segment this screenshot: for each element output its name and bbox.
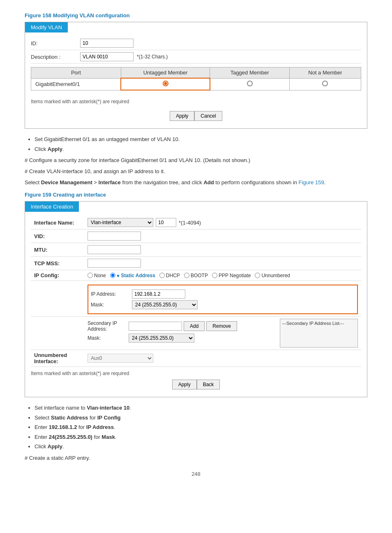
ip-config-radio-group: None ● Static Address DHCP BOOTP [88,273,358,278]
if-name-label: Interface Name: [31,216,84,229]
if-num-hint: *(1-4094) [179,220,201,226]
bullet-2-4-before: Enter [35,434,49,440]
col-tagged: Tagged Member [210,67,290,79]
tcp-mss-row: TCP MSS: [31,257,361,270]
tcp-mss-input[interactable] [88,259,141,268]
modify-vlan-tab: Modify VLAN [25,22,68,32]
para-final: # Create a static ARP entry. [25,454,367,463]
ip-bootp-label: BOOTP [191,273,208,278]
vid-input[interactable] [88,232,141,241]
desc-hint: *(1-32 Chars.) [137,54,168,60]
if-name-row: Interface Name: Vlan-interface *(1-4094) [31,216,361,229]
not-member-radio-empty[interactable] [322,81,328,86]
mtu-row: MTU: [31,243,361,257]
bullet-1-2-after: . [62,146,64,152]
bullet-1-2: Click Apply. [35,145,367,153]
ip-address-fields-cell: IP Address: Mask: 24 (255.255.255.0) [84,281,361,317]
ip-unnumbered-label: Unnumbered [261,273,290,278]
figure-159-link[interactable]: Figure 159 [299,179,324,185]
secondary-ip-list-box: ---Secondary IP Address List--- [280,319,358,348]
ip-none-radio[interactable] [88,273,93,278]
unnumbered-label-cell: Unnumbered Interface: [31,350,84,367]
not-member-cell[interactable] [289,78,361,90]
if-buttons: Apply Back [31,380,361,389]
vlan-member-table: Port Untagged Member Tagged Member Not a… [31,67,361,90]
ip-static-radio[interactable] [110,273,115,278]
secondary-mask-select[interactable]: 24 (255.255.255.0) [129,334,194,343]
interface-form-table: Interface Name: Vlan-interface *(1-4094) [31,216,361,367]
unnumbered-select[interactable]: Aux0 [88,354,153,363]
id-input[interactable] [80,39,134,48]
col-not-member: Not a Member [289,67,361,79]
ip-ppp-option[interactable]: PPP Negotiate [212,273,251,278]
vlan-buttons: Apply Cancel [31,111,361,121]
ip-bootp-radio[interactable] [184,273,189,278]
bullet-2-3-bold1: 192.168.1.2 [49,424,77,430]
ip-unnumbered-option[interactable]: Unnumbered [255,273,290,278]
port-name-container: GigabitEthernet0/1 [35,81,116,87]
para-3-before: Select [25,179,41,185]
bullet-1-1-text: Set GigabitEthernet 0/1 as an untagged m… [35,136,180,142]
untagged-radio-selected[interactable] [163,81,168,86]
mtu-label: MTU: [31,243,84,257]
ip-section-box: IP Address: Mask: 24 (255.255.255.0) [88,285,358,314]
vlan-apply-button[interactable]: Apply [170,111,194,121]
secondary-add-button[interactable]: Add [184,321,205,331]
unnumbered-row: Unnumbered Interface: Aux0 [31,350,361,367]
ip-static-label: ● Static Address [117,273,155,278]
bullet-2-5-bold: Apply [48,443,62,450]
if-apply-button[interactable]: Apply [172,380,197,389]
secondary-mask-label: Mask: [88,335,129,341]
mtu-input[interactable] [88,245,141,254]
vid-input-cell [84,229,361,243]
bullet-1-1: Set GigabitEthernet 0/1 as an untagged m… [35,135,367,144]
bullet-list-2: Set interface name to Vlan-interface 10.… [25,404,367,451]
ip-dhcp-option[interactable]: DHCP [159,273,180,278]
ip-ppp-label: PPP Negotiate [219,273,251,278]
ip-config-row: IP Config: None ● Static Address DHCP [31,270,361,281]
ip-bootp-option[interactable]: BOOTP [184,273,208,278]
para-2: # Create VLAN-interface 10, and assign a… [25,167,367,176]
ip-static-option[interactable]: ● Static Address [110,273,155,278]
para-3-bold3: Add [203,179,214,185]
secondary-ip-cell: Secondary IP Address: Add Remove Mask: [84,317,361,350]
ip-address-input[interactable] [132,290,185,299]
para-3-end: to perform configurations shown in [214,179,299,185]
if-back-button[interactable]: Back [197,380,220,389]
bullet-2-3-mid: for [77,424,86,430]
id-row: ID: [31,37,361,50]
ip-config-options-cell: None ● Static Address DHCP BOOTP [84,270,361,281]
if-num-input[interactable] [156,218,176,227]
tagged-cell[interactable] [210,78,290,90]
port-cell: GigabitEthernet0/1 [31,78,121,90]
ip-address-empty-label [31,281,84,317]
sec-mask-row: Mask: 24 (255.255.255.0) [88,334,275,343]
untagged-cell[interactable] [121,78,210,90]
bullet-2-4-after: . [115,434,117,440]
secondary-remove-button[interactable]: Remove [206,321,237,331]
secondary-ip-input[interactable] [129,322,182,331]
secondary-form: Secondary IP Address: Add Remove Mask: [88,319,275,348]
vlan-cancel-button[interactable]: Cancel [194,111,222,121]
col-untagged: Untagged Member [121,67,210,79]
bullet-1-2-bold: Apply [48,146,62,152]
vlan-table-container: Port Untagged Member Tagged Member Not a… [31,67,361,90]
vid-label: VID: [31,229,84,243]
ip-ppp-radio[interactable] [212,273,217,278]
tcp-mss-input-cell [84,257,361,270]
bullet-2-2-bold1: Static Address [51,415,88,421]
if-type-select[interactable]: Vlan-interface [88,218,153,227]
bullet-2-3-bold2: IP Address [86,424,114,430]
ip-mask-select[interactable]: 24 (255.255.255.0) [132,300,198,309]
desc-input[interactable] [80,52,134,61]
vlan-note: Items marked with an asterisk(*) are req… [31,99,129,104]
bullet-2-2-before: Select [35,415,51,421]
ip-unnumbered-radio[interactable] [255,273,260,278]
page-number: 248 [25,471,367,477]
ip-dhcp-radio[interactable] [159,273,165,278]
ip-none-option[interactable]: None [88,273,106,278]
bullet-2-2-mid: for [88,415,97,421]
interface-creation-tab: Interface Creation [25,202,79,212]
secondary-ip-section: Secondary IP Address: Add Remove Mask: [88,319,358,348]
tagged-radio-empty[interactable] [247,81,253,86]
